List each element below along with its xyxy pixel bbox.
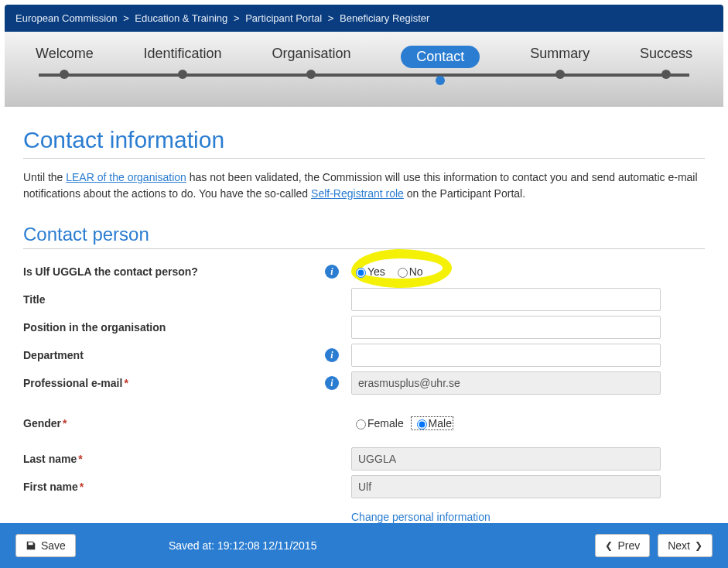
department-label: Department (23, 346, 325, 364)
is-contact-label: Is Ulf UGGLA the contact person? (23, 262, 325, 281)
saved-at-text: Saved at: 19:12:08 12/11/2015 (169, 539, 317, 552)
info-icon[interactable]: i (325, 376, 339, 390)
wizard-step-label: Organisation (272, 46, 350, 62)
breadcrumb-item[interactable]: Beneficiary Register (340, 12, 429, 24)
chevron-right-icon: > (328, 12, 334, 24)
self-registrant-link[interactable]: Self-Registrant role (311, 187, 404, 200)
wizard-step-contact[interactable]: Contact (401, 46, 480, 85)
lear-link[interactable]: LEAR of the organisation (66, 171, 186, 183)
wizard-step-summary[interactable]: Summary (530, 46, 590, 85)
save-button[interactable]: Save (15, 534, 76, 557)
radio-male[interactable] (417, 419, 427, 429)
radio-male-label: Male (429, 417, 452, 429)
radio-no[interactable] (398, 268, 408, 278)
chevron-left-icon: ❮ (605, 540, 613, 551)
chevron-right-icon: ❯ (695, 540, 702, 551)
next-button-label: Next (668, 539, 690, 552)
first-name-input (351, 475, 661, 498)
breadcrumb-item[interactable]: Education & Training (135, 12, 227, 24)
wizard-step-success[interactable]: Success (640, 46, 692, 85)
wizard-dot-icon (60, 70, 69, 79)
wizard-step-label: Success (640, 46, 692, 62)
required-marker: * (80, 481, 84, 493)
radio-yes-label: Yes (367, 265, 385, 278)
next-button[interactable]: Next ❯ (658, 534, 713, 557)
save-button-label: Save (41, 539, 66, 552)
prev-button-label: Prev (617, 539, 640, 552)
wizard-step-welcome[interactable]: Welcome (36, 46, 94, 85)
prev-button[interactable]: ❮ Prev (595, 534, 650, 557)
wizard-step-label: Welcome (36, 46, 94, 62)
required-marker: * (78, 453, 82, 465)
position-input[interactable] (351, 316, 661, 339)
breadcrumb-item[interactable]: Participant Portal (245, 12, 322, 24)
section-contact-person: Contact person (23, 224, 705, 249)
save-icon (26, 540, 36, 551)
first-name-label: First name* (23, 477, 325, 496)
gender-radio-group: Female Male (351, 417, 705, 429)
page-title: Contact information (23, 127, 705, 159)
prof-email-label: Professional e-mail* (23, 374, 325, 392)
intro-prefix: Until the (23, 171, 66, 183)
wizard-dot-icon (306, 70, 316, 79)
wizard-step-label: Contact (401, 46, 480, 68)
info-icon[interactable]: i (325, 348, 339, 362)
info-icon[interactable]: i (325, 265, 339, 279)
wizard-dot-icon (661, 70, 671, 79)
wizard-stepper: Welcome Identification Organisation Cont… (5, 32, 723, 107)
wizard-step-organisation[interactable]: Organisation (272, 46, 350, 85)
wizard-step-identification[interactable]: Identification (144, 46, 222, 85)
required-marker: * (63, 417, 67, 429)
wizard-dot-icon (555, 70, 565, 79)
title-label: Title (23, 290, 325, 309)
last-name-label: Last name* (23, 450, 325, 468)
intro-text: Until the LEAR of the organisation has n… (23, 169, 705, 202)
position-label: Position in the organisation (23, 318, 325, 337)
radio-no-label: No (409, 265, 423, 278)
gender-male[interactable]: Male (412, 417, 453, 429)
wizard-dot-icon (178, 70, 187, 79)
breadcrumb-item[interactable]: European Commission (15, 12, 118, 24)
breadcrumb: European Commission > Education & Traini… (5, 5, 723, 32)
footer-bar: Save Saved at: 19:12:08 12/11/2015 ❮ Pre… (0, 523, 728, 568)
wizard-dot-icon (436, 76, 445, 85)
last-name-input (351, 447, 661, 470)
chevron-right-icon: > (234, 12, 240, 24)
is-contact-radio-group: Yes No (351, 265, 705, 278)
radio-female[interactable] (356, 419, 366, 429)
gender-label: Gender* (23, 414, 325, 433)
gender-female[interactable]: Female (351, 417, 404, 429)
change-personal-link[interactable]: Change personal information (351, 511, 490, 523)
radio-yes[interactable] (356, 268, 366, 278)
wizard-step-label: Summary (530, 46, 590, 62)
prof-email-input (351, 371, 661, 395)
is-contact-no[interactable]: No (393, 265, 423, 278)
wizard-line (39, 74, 689, 77)
is-contact-yes[interactable]: Yes (351, 265, 385, 278)
department-input[interactable] (351, 344, 661, 367)
radio-female-label: Female (367, 417, 404, 429)
title-input[interactable] (351, 288, 661, 311)
wizard-step-label: Identification (144, 46, 222, 62)
intro-suffix: on the Participant Portal. (404, 187, 525, 200)
chevron-right-icon: > (123, 12, 129, 24)
required-marker: * (124, 377, 128, 389)
